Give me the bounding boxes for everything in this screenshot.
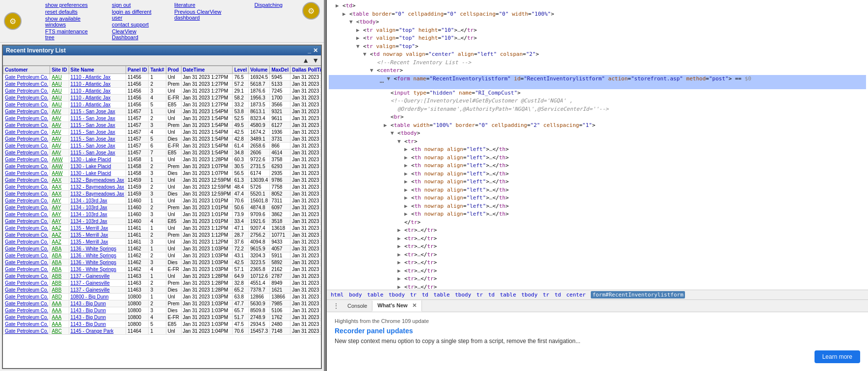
siteid-link[interactable]: AAW xyxy=(50,170,69,177)
collapse-arrow[interactable]: ▶ xyxy=(336,2,342,10)
collapse-arrow[interactable]: ▶ xyxy=(404,170,411,178)
breadcrumb-item-tbody[interactable]: tbody xyxy=(455,292,471,298)
sitename-link[interactable]: 1137 - Gainesville xyxy=(69,273,126,280)
console-tab[interactable]: Console xyxy=(342,301,372,311)
previous-clearview-link[interactable]: Previous ClearView dashboard xyxy=(174,9,235,21)
customer-link[interactable]: Gate Petroleum Co. xyxy=(3,198,50,204)
customer-link[interactable]: Gate Petroleum Co. xyxy=(3,108,50,115)
learn-more-button[interactable]: Learn more xyxy=(815,350,860,363)
siteid-link[interactable]: AAX xyxy=(50,191,69,198)
sitename-link[interactable]: 1115 - San Jose Jax xyxy=(69,136,126,143)
sitename-link[interactable]: 1115 - San Jose Jax xyxy=(69,108,126,115)
sitename-link[interactable]: 1110 - Atlantic Jax xyxy=(69,88,126,95)
siteid-link[interactable]: ABA xyxy=(50,266,69,273)
customer-link[interactable]: Gate Petroleum Co. xyxy=(3,163,50,170)
customer-link[interactable]: Gate Petroleum Co. xyxy=(3,321,50,328)
sitename-link[interactable]: 1110 - Atlantic Jax xyxy=(69,74,126,81)
collapse-arrow[interactable]: ▼ xyxy=(370,67,377,75)
fts-maintenance-link[interactable]: FTS maintenance tree xyxy=(45,28,92,40)
customer-link[interactable]: Gate Petroleum Co. xyxy=(3,204,50,211)
breadcrumb-item-table[interactable]: table xyxy=(500,292,516,298)
customer-link[interactable]: Gate Petroleum Co. xyxy=(3,88,50,95)
collapse-arrow[interactable]: ▶ xyxy=(397,267,404,275)
col-prod[interactable]: Prod xyxy=(166,66,181,74)
collapse-arrow[interactable]: ▶ xyxy=(404,162,411,170)
siteid-link[interactable]: AAV xyxy=(50,108,69,115)
siteid-link[interactable]: ABA xyxy=(50,252,69,259)
customer-link[interactable]: Gate Petroleum Co. xyxy=(3,170,50,177)
customer-link[interactable]: Gate Petroleum Co. xyxy=(3,95,50,101)
breadcrumb-item-tr[interactable]: tr xyxy=(410,292,417,298)
customer-link[interactable]: Gate Petroleum Co. xyxy=(3,239,50,246)
collapse-arrow[interactable]: ▶ xyxy=(356,34,363,43)
sitename-link[interactable]: 1130 - Lake Placid xyxy=(69,170,126,177)
customer-link[interactable]: Gate Petroleum Co. xyxy=(3,129,50,136)
inventory-table-container[interactable]: Customer Site ID Site Name Panel ID Tank… xyxy=(3,66,321,368)
clearview-dashboard-link[interactable]: ClearView Dashboard xyxy=(112,28,155,40)
sitename-link[interactable]: 1143 - Big Dunn xyxy=(69,314,126,321)
collapse-arrow[interactable]: ▼ xyxy=(363,50,370,59)
sitename-link[interactable]: 1143 - Big Dunn xyxy=(69,307,126,314)
collapse-arrow[interactable]: ▶ xyxy=(404,178,411,186)
customer-link[interactable]: Gate Petroleum Co. xyxy=(3,149,50,156)
col-siteid[interactable]: Site ID xyxy=(50,66,69,74)
devtools-code-area[interactable]: ▶ <td> ▶ <table border="0" cellpadding="… xyxy=(327,0,868,290)
siteid-link[interactable]: AAV xyxy=(50,143,69,149)
sitename-link[interactable]: 1145 - Orange Park xyxy=(69,328,126,335)
sitename-link[interactable]: 1132 - Baymeadows Jax xyxy=(69,184,126,191)
customer-link[interactable]: Gate Petroleum Co. xyxy=(3,191,50,198)
customer-link[interactable]: Gate Petroleum Co. xyxy=(3,307,50,314)
customer-link[interactable]: Gate Petroleum Co. xyxy=(3,115,50,122)
collapse-arrow[interactable]: ▶ xyxy=(397,283,404,290)
siteid-link[interactable]: AAU xyxy=(50,88,69,95)
collapse-arrow[interactable]: ▼ xyxy=(349,18,356,26)
collapse-arrow[interactable]: ▶ xyxy=(342,10,349,19)
siteid-link[interactable]: AAW xyxy=(50,163,69,170)
sitename-link[interactable]: 1135 - Merrill Jax xyxy=(69,232,126,239)
customer-link[interactable]: Gate Petroleum Co. xyxy=(3,232,50,239)
customer-link[interactable]: Gate Petroleum Co. xyxy=(3,101,50,108)
breadcrumb-item-tr[interactable]: tr xyxy=(543,292,549,298)
minimize-button[interactable]: _ xyxy=(308,47,311,54)
sitename-link[interactable]: 1136 - White Springs xyxy=(69,246,126,252)
breadcrumb-item-td[interactable]: td xyxy=(554,292,561,298)
customer-link[interactable]: Gate Petroleum Co. xyxy=(3,273,50,280)
devtools-menu-icon[interactable]: ⋮ xyxy=(330,300,342,312)
siteid-link[interactable]: AAY xyxy=(50,211,69,218)
siteid-link[interactable]: AAA xyxy=(50,300,69,307)
siteid-link[interactable]: AAV xyxy=(50,122,69,129)
col-tank[interactable]: Tank# xyxy=(149,66,166,74)
sitename-link[interactable]: 1110 - Atlantic Jax xyxy=(69,95,126,101)
sign-out-link[interactable]: sign out xyxy=(112,2,155,8)
collapse-arrow[interactable]: ▶ xyxy=(397,226,404,235)
sitename-link[interactable]: 1115 - San Jose Jax xyxy=(69,115,126,122)
siteid-link[interactable]: AAV xyxy=(50,129,69,136)
collapse-arrow[interactable]: ▶ xyxy=(397,243,404,251)
literature-link[interactable]: literature xyxy=(174,2,235,8)
siteid-link[interactable]: AAA xyxy=(50,321,69,328)
breadcrumb-item-tbody[interactable]: tbody xyxy=(389,292,405,298)
sitename-link[interactable]: 1135 - Merrill Jax xyxy=(69,239,126,246)
show-preferences-link[interactable]: show preferences xyxy=(45,2,92,8)
siteid-link[interactable]: AAU xyxy=(50,74,69,81)
sitename-link[interactable]: 1132 - Baymeadows Jax xyxy=(69,191,126,198)
breadcrumb-item-tbody[interactable]: tbody xyxy=(522,292,538,298)
close-button[interactable]: ✕ xyxy=(313,47,318,54)
sitename-link[interactable]: 1137 - Gainesville xyxy=(69,287,126,294)
sitename-link[interactable]: 1134 - 103rd Jax xyxy=(69,218,126,225)
siteid-link[interactable]: AAU xyxy=(50,101,69,108)
collapse-arrow[interactable]: ▼ xyxy=(397,138,404,146)
siteid-link[interactable]: AAY xyxy=(50,204,69,211)
dispatching-link[interactable]: Dispatching xyxy=(255,2,283,8)
customer-link[interactable]: Gate Petroleum Co. xyxy=(3,294,50,300)
customer-link[interactable]: Gate Petroleum Co. xyxy=(3,122,50,129)
sitename-link[interactable]: 1132 - Baymeadows Jax xyxy=(69,177,126,184)
collapse-arrow[interactable]: ▶ xyxy=(397,275,404,283)
breadcrumb-item-td[interactable]: td xyxy=(422,292,428,298)
collapse-arrow[interactable]: ▼ xyxy=(356,43,363,51)
siteid-link[interactable]: ABD xyxy=(50,294,69,300)
siteid-link[interactable]: AAU xyxy=(50,81,69,88)
siteid-link[interactable]: AAW xyxy=(50,156,69,163)
breadcrumb-item-form#RecentInventorylistform[interactable]: form#RecentInventorylistform xyxy=(591,291,684,298)
breadcrumb-item-body[interactable]: body xyxy=(349,292,362,298)
